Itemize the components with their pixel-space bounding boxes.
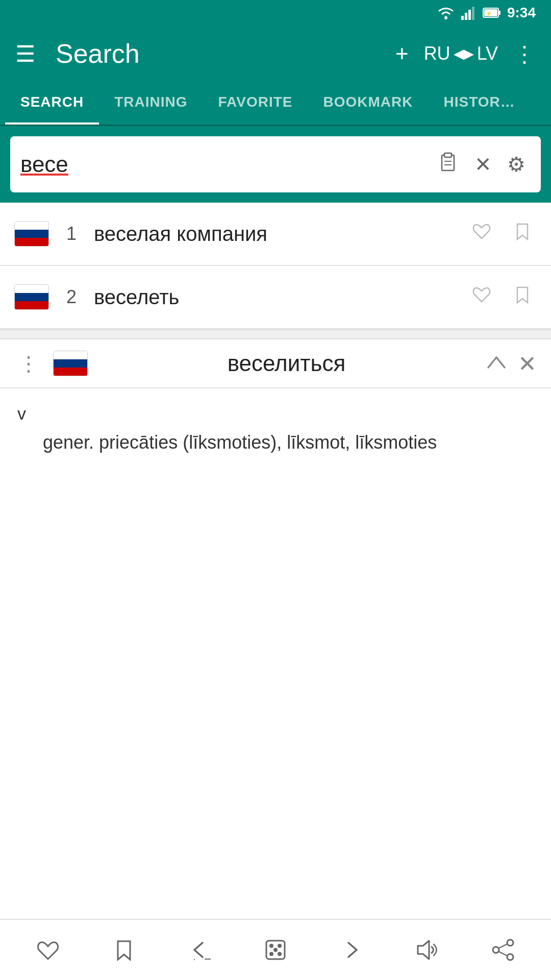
lang-to: LV: [477, 43, 498, 64]
app-bar: ☰ Search + RU ◀▶ LV ⋮: [0, 26, 551, 82]
flag-ru-1: [14, 221, 49, 247]
svg-point-22: [507, 940, 513, 946]
bookmark-icon-2[interactable]: [508, 280, 537, 314]
status-icons: ⚡ 9:34: [437, 5, 536, 21]
svg-line-25: [498, 944, 508, 948]
svg-point-23: [493, 947, 499, 953]
clipboard-button[interactable]: [432, 146, 464, 183]
result-word-1: веселая компания: [94, 223, 455, 246]
word-close-button[interactable]: ✕: [518, 351, 537, 377]
word-detail-title: веселиться: [98, 351, 475, 376]
svg-point-19: [269, 952, 273, 956]
word-collapse-button[interactable]: [485, 352, 508, 375]
word-translation: gener. priecāties (līksmoties), līksmot,…: [17, 429, 534, 456]
favorite-icon-2[interactable]: [467, 280, 496, 314]
status-bar: ⚡ 9:34: [0, 0, 551, 26]
svg-rect-3: [468, 10, 471, 20]
word-definition: v gener. priecāties (līksmoties), līksmo…: [0, 388, 551, 472]
tab-bookmark[interactable]: BOOKMARK: [308, 82, 429, 125]
svg-point-0: [444, 16, 447, 19]
bottom-share-button[interactable]: [485, 932, 521, 968]
svg-marker-21: [418, 941, 429, 959]
bottom-volume-button[interactable]: [409, 932, 445, 968]
bottom-dice-button[interactable]: [257, 932, 294, 968]
lang-arrow-icon: ◀▶: [454, 46, 474, 62]
tab-search[interactable]: SEARCH: [5, 82, 99, 125]
result-row-1[interactable]: 1 веселая компания: [0, 203, 551, 266]
result-num-1: 1: [61, 223, 82, 244]
svg-point-18: [273, 948, 278, 952]
search-input[interactable]: весе: [20, 152, 427, 177]
wifi-icon: [437, 6, 455, 20]
clear-button[interactable]: ✕: [469, 148, 497, 181]
tab-history[interactable]: HISTOR…: [429, 82, 531, 125]
language-selector[interactable]: RU ◀▶ LV: [424, 43, 498, 64]
word-flag-ru: [53, 351, 88, 376]
result-row-2[interactable]: 2 веселеть: [0, 266, 551, 329]
lang-from: RU: [424, 43, 450, 64]
bookmark-icon-1[interactable]: [508, 217, 537, 251]
svg-rect-2: [465, 13, 467, 20]
add-button[interactable]: +: [395, 41, 409, 66]
result-num-2: 2: [61, 286, 82, 308]
svg-point-24: [507, 954, 513, 960]
svg-text:⚡: ⚡: [486, 10, 492, 17]
svg-point-16: [269, 944, 273, 948]
favorite-icon-1[interactable]: [467, 217, 496, 251]
section-divider: [0, 329, 551, 339]
result-word-2: веселеть: [94, 286, 455, 309]
bottom-nav: [0, 919, 551, 980]
tab-favorite[interactable]: FAVORITE: [203, 82, 308, 125]
svg-point-20: [278, 952, 282, 956]
search-box-wrapper: весе ✕ ⚙: [0, 126, 551, 203]
app-title: Search: [56, 38, 380, 69]
bottom-favorite-button[interactable]: [30, 932, 66, 968]
signal-icon: [461, 6, 477, 20]
word-detail-bar: ⋮ веселиться ✕: [0, 339, 551, 388]
word-more-button[interactable]: ⋮: [14, 350, 43, 377]
tab-training[interactable]: TRAINING: [99, 82, 203, 125]
word-pos: v: [17, 404, 534, 424]
svg-rect-4: [472, 7, 474, 20]
battery-icon: ⚡: [483, 7, 501, 19]
flag-ru-2: [14, 284, 49, 310]
settings-button[interactable]: ⚙: [502, 148, 531, 181]
svg-rect-10: [444, 153, 452, 157]
bottom-back-button[interactable]: [181, 932, 218, 968]
svg-rect-1: [461, 16, 464, 20]
more-button[interactable]: ⋮: [513, 41, 536, 67]
svg-rect-6: [498, 11, 500, 15]
svg-line-26: [498, 951, 508, 956]
bottom-bookmark-button[interactable]: [106, 932, 142, 968]
menu-button[interactable]: ☰: [15, 41, 35, 67]
status-time: 9:34: [507, 5, 536, 21]
tabs-bar: SEARCH TRAINING FAVORITE BOOKMARK HISTOR…: [0, 82, 551, 126]
bottom-forward-button[interactable]: [333, 932, 370, 968]
search-box: весе ✕ ⚙: [10, 136, 541, 192]
results-list: 1 веселая компания 2 веселеть: [0, 203, 551, 329]
svg-point-17: [278, 944, 282, 948]
